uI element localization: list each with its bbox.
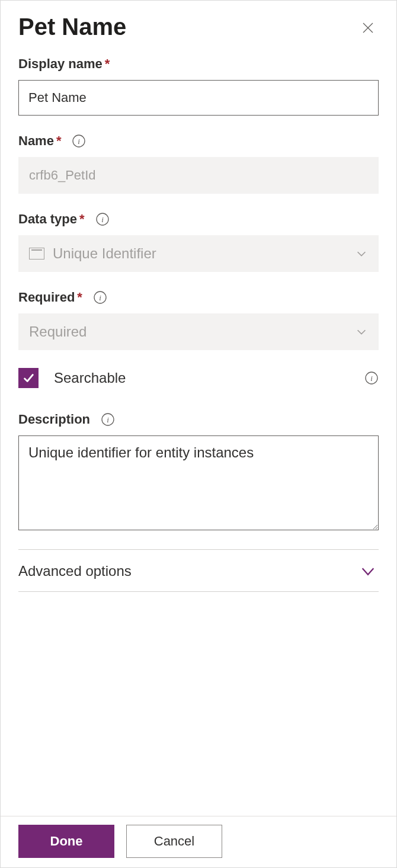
info-icon[interactable]: i [93, 290, 107, 305]
description-textarea[interactable] [18, 435, 379, 530]
close-button[interactable] [357, 17, 379, 39]
data-type-label: Data type* [18, 212, 85, 227]
display-name-field: Display name* [18, 56, 379, 116]
description-field: Description i [18, 412, 379, 533]
divider [18, 591, 379, 592]
required-star: * [79, 212, 85, 226]
required-star: * [56, 133, 62, 148]
name-label: Name* [18, 133, 61, 149]
required-star: * [77, 290, 82, 305]
info-icon[interactable]: i [95, 212, 110, 226]
required-value: Required [29, 324, 87, 340]
required-label: Required* [18, 290, 82, 305]
name-readonly: crfb6_PetId [18, 157, 379, 194]
required-star: * [105, 56, 110, 71]
panel-footer: Done Cancel [1, 816, 396, 867]
chevron-down-icon [355, 325, 368, 338]
svg-text:i: i [370, 374, 373, 383]
chevron-down-icon [360, 563, 376, 579]
checkmark-icon [22, 371, 35, 385]
cancel-button[interactable]: Cancel [126, 825, 222, 858]
info-icon[interactable]: i [364, 371, 379, 385]
svg-text:i: i [107, 415, 109, 424]
done-button[interactable]: Done [18, 825, 114, 858]
svg-text:i: i [99, 293, 101, 302]
close-icon [361, 21, 375, 35]
required-field: Required* i Required [18, 290, 379, 350]
info-icon[interactable]: i [101, 412, 115, 427]
description-label: Description [18, 412, 90, 427]
panel-header: Pet Name [18, 14, 379, 40]
name-field: Name* i crfb6_PetId [18, 133, 379, 194]
data-type-field: Data type* i Unique Identifier [18, 212, 379, 272]
advanced-options-label: Advanced options [18, 563, 132, 579]
info-icon[interactable]: i [72, 134, 86, 148]
display-name-label: Display name* [18, 56, 110, 72]
required-dropdown[interactable]: Required [18, 313, 379, 350]
searchable-checkbox[interactable] [18, 368, 39, 388]
searchable-row: Searchable i [18, 368, 379, 388]
panel-title: Pet Name [18, 14, 126, 40]
svg-text:i: i [101, 215, 104, 224]
svg-text:i: i [78, 137, 81, 146]
data-type-dropdown[interactable]: Unique Identifier [18, 235, 379, 272]
display-name-input[interactable] [18, 80, 379, 116]
chevron-down-icon [355, 247, 368, 260]
searchable-label: Searchable [54, 370, 126, 386]
data-type-value: Unique Identifier [53, 245, 156, 262]
data-type-icon [29, 248, 44, 260]
advanced-options-toggle[interactable]: Advanced options [18, 550, 379, 585]
